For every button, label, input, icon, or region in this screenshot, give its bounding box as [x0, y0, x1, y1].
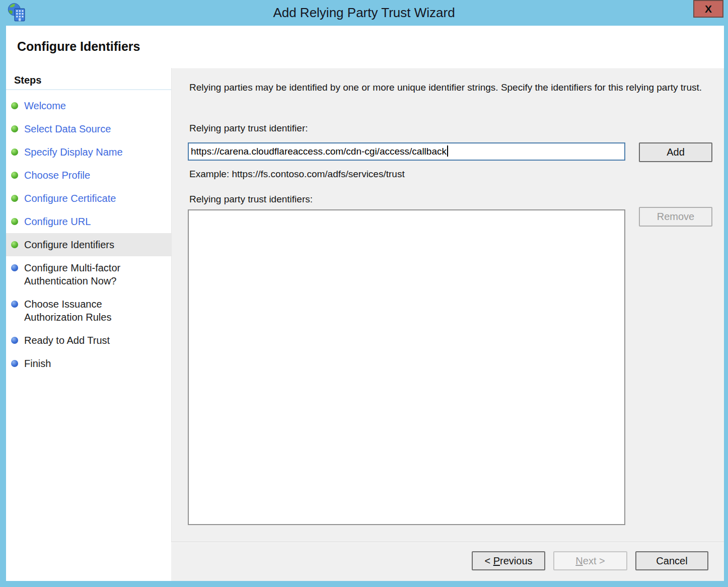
step-bullet-pending-icon — [11, 301, 18, 308]
step-label: Welcome — [24, 99, 66, 112]
step-item-configure-multi-factor-authentication-now: Configure Multi-factor Authentication No… — [6, 256, 171, 292]
step-bullet-done-icon — [11, 195, 18, 202]
step-item-finish: Finish — [6, 352, 171, 375]
step-bullet-done-icon — [11, 102, 18, 109]
identifiers-list-label: Relying party trust identifiers: — [189, 194, 313, 205]
identifiers-listbox[interactable] — [188, 209, 625, 525]
step-bullet-done-icon — [11, 172, 18, 179]
step-item-choose-profile[interactable]: Choose Profile — [6, 164, 171, 187]
next-button[interactable]: Next > — [553, 551, 627, 570]
text-caret — [447, 145, 448, 157]
step-label: Ready to Add Trust — [24, 334, 110, 347]
step-bullet-pending-icon — [11, 360, 18, 367]
identifier-value: https://carena.cloudflareaccess.com/cdn-… — [191, 146, 447, 157]
identifier-label: Relying party trust identifier: — [189, 123, 308, 134]
step-bullet-done-icon — [11, 149, 18, 156]
step-label: Choose Issuance Authorization Rules — [24, 298, 151, 324]
step-label: Configure URL — [24, 215, 91, 228]
step-label: Configure Identifiers — [24, 238, 114, 251]
step-item-specify-display-name[interactable]: Specify Display Name — [6, 140, 171, 164]
step-item-select-data-source[interactable]: Select Data Source — [6, 117, 171, 140]
step-bullet-pending-icon — [11, 337, 18, 344]
step-item-configure-certificate[interactable]: Configure Certificate — [6, 187, 171, 210]
step-item-configure-url[interactable]: Configure URL — [6, 210, 171, 233]
step-label: Specify Display Name — [24, 145, 123, 159]
step-label: Choose Profile — [24, 169, 90, 182]
steps-sidebar: Steps WelcomeSelect Data SourceSpecify D… — [6, 68, 171, 581]
step-item-choose-issuance-authorization-rules: Choose Issuance Authorization Rules — [6, 292, 171, 329]
step-bullet-done-icon — [11, 125, 18, 132]
step-bullet-pending-icon — [11, 264, 18, 271]
remove-button[interactable]: Remove — [639, 207, 712, 227]
step-bullet-done-icon — [11, 218, 18, 225]
step-bullet-done-icon — [11, 241, 18, 248]
titlebar: Add Relying Party Trust Wizard X — [0, 0, 728, 26]
step-label: Finish — [24, 357, 51, 370]
step-item-configure-identifiers: Configure Identifiers — [6, 233, 171, 256]
close-button[interactable]: X — [693, 0, 723, 18]
intro-text: Relying parties may be identified by one… — [189, 81, 704, 95]
cancel-button[interactable]: Cancel — [635, 551, 708, 570]
wizard-window: Add Relying Party Trust Wizard X Configu… — [0, 0, 728, 587]
steps-list: WelcomeSelect Data SourceSpecify Display… — [6, 90, 171, 375]
identifier-input[interactable]: https://carena.cloudflareaccess.com/cdn-… — [188, 142, 625, 161]
steps-heading: Steps — [6, 68, 171, 90]
page-title: Configure Identifiers — [6, 26, 724, 54]
page-header: Configure Identifiers — [6, 26, 724, 68]
add-button[interactable]: Add — [639, 142, 712, 162]
footer-bar: < Previous Next > Cancel — [171, 542, 724, 581]
step-label: Select Data Source — [24, 122, 111, 135]
previous-button[interactable]: < Previous — [472, 551, 545, 570]
main-panel: Relying parties may be identified by one… — [171, 68, 724, 542]
step-item-welcome[interactable]: Welcome — [6, 94, 171, 117]
step-label: Configure Certificate — [24, 192, 116, 205]
example-text: Example: https://fs.contoso.com/adfs/ser… — [189, 169, 405, 180]
step-item-ready-to-add-trust: Ready to Add Trust — [6, 329, 171, 352]
step-label: Configure Multi-factor Authentication No… — [24, 261, 151, 287]
window-title: Add Relying Party Trust Wizard — [0, 0, 728, 26]
